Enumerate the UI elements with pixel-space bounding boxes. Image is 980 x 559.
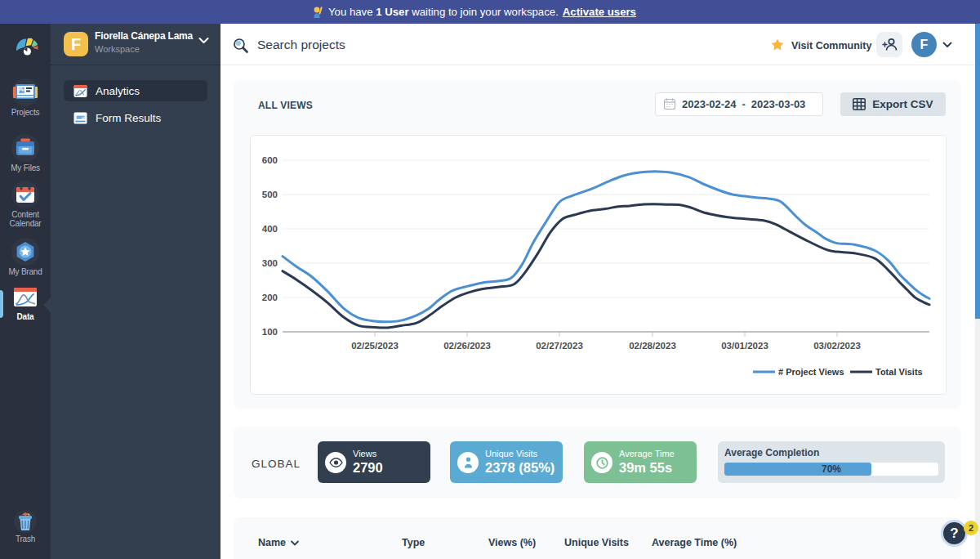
- svg-text:300: 300: [262, 258, 278, 268]
- svg-text:02/26/2023: 02/26/2023: [443, 341, 491, 351]
- svg-text:03/02/2023: 03/02/2023: [813, 341, 861, 351]
- svg-text:200: 200: [262, 293, 278, 302]
- svg-text:500: 500: [262, 190, 278, 199]
- svg-text:03/01/2023: 03/01/2023: [721, 341, 768, 351]
- svg-text:02/27/2023: 02/27/2023: [536, 341, 583, 351]
- svg-text:# Project Views: # Project Views: [778, 367, 844, 377]
- svg-text:100: 100: [262, 327, 278, 337]
- svg-text:600: 600: [262, 155, 278, 165]
- svg-text:02/28/2023: 02/28/2023: [629, 341, 676, 351]
- svg-text:02/25/2023: 02/25/2023: [351, 341, 399, 351]
- svg-text:400: 400: [262, 224, 278, 234]
- svg-text:Total Visits: Total Visits: [875, 367, 923, 377]
